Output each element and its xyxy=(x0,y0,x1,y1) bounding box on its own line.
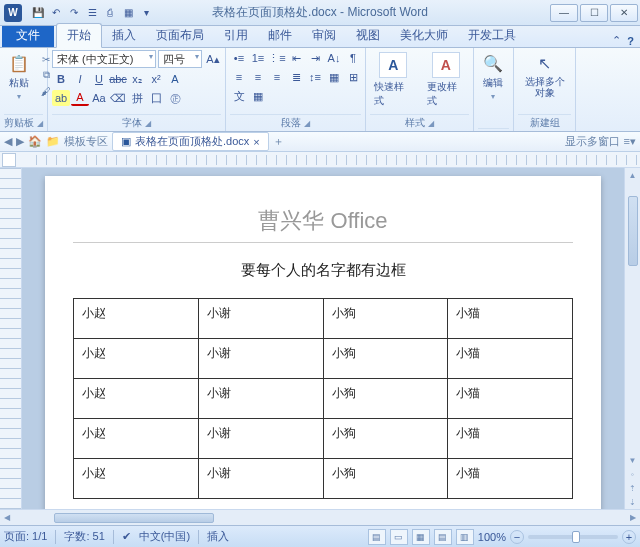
sort-icon[interactable]: A↓ xyxy=(325,50,343,66)
quick-styles-button[interactable]: A 快速样式 xyxy=(370,50,417,110)
status-words[interactable]: 字数: 51 xyxy=(64,529,104,544)
table-cell[interactable]: 小狗 xyxy=(323,419,448,459)
underline-button[interactable]: U xyxy=(90,71,108,87)
font-name-select[interactable]: 宋体 (中文正文) xyxy=(52,50,156,68)
table-cell[interactable]: 小赵 xyxy=(74,379,199,419)
table-cell[interactable]: 小谢 xyxy=(198,299,323,339)
scroll-left-icon[interactable]: ◀ xyxy=(0,511,14,525)
ruler-horizontal[interactable] xyxy=(0,152,640,168)
zoom-slider[interactable] xyxy=(528,535,618,539)
change-styles-button[interactable]: A 更改样式 xyxy=(423,50,470,110)
tab-beautify[interactable]: 美化大师 xyxy=(390,24,458,47)
qat-item-icon[interactable]: ▦ xyxy=(120,5,136,21)
status-lang[interactable]: 中文(中国) xyxy=(139,529,190,544)
tab-developer[interactable]: 开发工具 xyxy=(458,24,526,47)
menu-icon[interactable]: ≡▾ xyxy=(624,135,636,148)
ruler-corner[interactable] xyxy=(2,153,16,167)
qat-item-icon[interactable]: ☰ xyxy=(84,5,100,21)
table-cell[interactable]: 小谢 xyxy=(198,339,323,379)
table-cell[interactable]: 小赵 xyxy=(74,459,199,499)
browse-object-icon[interactable]: ◦ xyxy=(626,467,640,481)
breadcrumb-folder[interactable]: 模板专区 xyxy=(64,134,108,149)
phonetic-icon[interactable]: 拼 xyxy=(128,90,146,106)
text-effects-icon[interactable]: A xyxy=(166,71,184,87)
table-cell[interactable]: 小赵 xyxy=(74,299,199,339)
tab-review[interactable]: 审阅 xyxy=(302,24,346,47)
align-center-icon[interactable]: ≡ xyxy=(249,69,267,85)
tab-view[interactable]: 视图 xyxy=(346,24,390,47)
table-cell[interactable]: 小谢 xyxy=(198,379,323,419)
char-border-icon[interactable]: 囗 xyxy=(147,90,165,106)
table-cell[interactable]: 小狗 xyxy=(323,459,448,499)
table-cell[interactable]: 小猫 xyxy=(448,379,573,419)
editing-button[interactable]: 🔍 编辑 ▾ xyxy=(478,50,508,103)
view-print-layout-icon[interactable]: ▤ xyxy=(368,529,386,545)
table-cell[interactable]: 小猫 xyxy=(448,339,573,379)
clear-format-icon[interactable]: ⌫ xyxy=(109,90,127,106)
prev-page-icon[interactable]: ⇡ xyxy=(626,481,640,495)
table-cell[interactable]: 小谢 xyxy=(198,459,323,499)
back-icon[interactable]: ◀ xyxy=(4,135,12,148)
align-left-icon[interactable]: ≡ xyxy=(230,69,248,85)
borders-icon[interactable]: ⊞ xyxy=(344,69,362,85)
ruler-vertical[interactable] xyxy=(0,168,22,509)
show-marks-icon[interactable]: ¶ xyxy=(344,50,362,66)
font-color-icon[interactable]: A xyxy=(71,90,89,106)
status-spellcheck-icon[interactable]: ✔ xyxy=(122,530,131,543)
indent-dec-icon[interactable]: ⇤ xyxy=(287,50,305,66)
table-cell[interactable]: 小狗 xyxy=(323,339,448,379)
show-multi-window[interactable]: 显示多窗口 xyxy=(565,134,620,149)
select-multi-button[interactable]: ↖ 选择多个对象 xyxy=(518,50,571,100)
numbering-icon[interactable]: 1≡ xyxy=(249,50,267,66)
document-canvas[interactable]: 曹兴华 Office 要每个人的名字都有边框 小赵小谢小狗小猫 小赵小谢小狗小猫… xyxy=(22,168,624,509)
minimize-ribbon-icon[interactable]: ⌃ xyxy=(612,34,621,47)
scrollbar-horizontal[interactable]: ◀ ▶ xyxy=(0,509,640,525)
tab-layout[interactable]: 页面布局 xyxy=(146,24,214,47)
close-tab-icon[interactable]: × xyxy=(253,136,259,148)
zoom-slider-thumb[interactable] xyxy=(572,531,580,543)
strike-button[interactable]: abc xyxy=(109,71,127,87)
scrollbar-vertical[interactable]: ▲ ▼ ◦ ⇡ ⇣ xyxy=(624,168,640,509)
zoom-in-button[interactable]: + xyxy=(622,530,636,544)
scroll-up-icon[interactable]: ▲ xyxy=(626,168,640,182)
shading-icon[interactable]: ▦ xyxy=(325,69,343,85)
multilevel-icon[interactable]: ⋮≡ xyxy=(268,50,286,66)
dialog-launcher-icon[interactable]: ◢ xyxy=(145,119,151,128)
dialog-launcher-icon[interactable]: ◢ xyxy=(428,119,434,128)
redo-icon[interactable]: ↷ xyxy=(66,5,82,21)
close-button[interactable]: ✕ xyxy=(610,4,638,22)
status-page[interactable]: 页面: 1/1 xyxy=(4,529,47,544)
superscript-button[interactable]: x² xyxy=(147,71,165,87)
tab-home[interactable]: 开始 xyxy=(56,23,102,48)
scroll-thumb[interactable] xyxy=(628,196,638,266)
grow-font-icon[interactable]: A▴ xyxy=(204,51,222,67)
add-tab-icon[interactable]: ＋ xyxy=(273,134,284,149)
subscript-button[interactable]: x₂ xyxy=(128,71,146,87)
table-cell[interactable]: 小狗 xyxy=(323,299,448,339)
table-cell[interactable]: 小赵 xyxy=(74,339,199,379)
next-page-icon[interactable]: ⇣ xyxy=(626,495,640,509)
undo-icon[interactable]: ↶ xyxy=(48,5,64,21)
file-tab[interactable]: 文件 xyxy=(2,24,54,47)
table-cell[interactable]: 小猫 xyxy=(448,419,573,459)
justify-icon[interactable]: ≣ xyxy=(287,69,305,85)
bold-button[interactable]: B xyxy=(52,71,70,87)
tab-insert[interactable]: 插入 xyxy=(102,24,146,47)
align-right-icon[interactable]: ≡ xyxy=(268,69,286,85)
table-cell[interactable]: 小谢 xyxy=(198,419,323,459)
snap-grid-icon[interactable]: ▦ xyxy=(249,88,267,104)
highlight-icon[interactable]: ab xyxy=(52,90,70,106)
save-icon[interactable]: 💾 xyxy=(30,5,46,21)
forward-icon[interactable]: ▶ xyxy=(16,135,24,148)
scroll-thumb-h[interactable] xyxy=(54,513,214,523)
line-spacing-icon[interactable]: ↕≡ xyxy=(306,69,324,85)
tab-references[interactable]: 引用 xyxy=(214,24,258,47)
enclose-icon[interactable]: ㊣ xyxy=(166,90,184,106)
font-size-select[interactable]: 四号 xyxy=(158,50,202,68)
maximize-button[interactable]: ☐ xyxy=(580,4,608,22)
italic-button[interactable]: I xyxy=(71,71,89,87)
dialog-launcher-icon[interactable]: ◢ xyxy=(37,119,43,128)
indent-inc-icon[interactable]: ⇥ xyxy=(306,50,324,66)
view-fullscreen-icon[interactable]: ▭ xyxy=(390,529,408,545)
char-shading-icon[interactable]: Aa xyxy=(90,90,108,106)
